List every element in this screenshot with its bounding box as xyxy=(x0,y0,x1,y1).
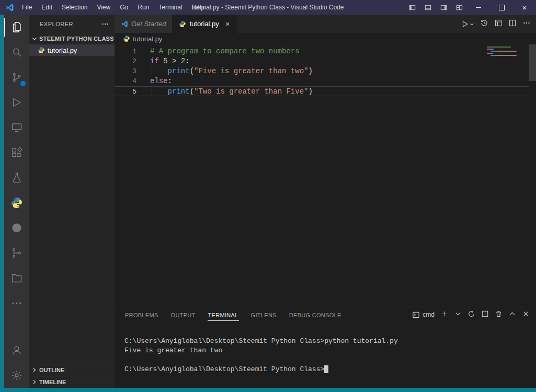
activity-folder-icon[interactable] xyxy=(4,266,29,291)
file-item-tutorial-py[interactable]: tutorial.py xyxy=(29,44,115,56)
settings-gear-icon[interactable] xyxy=(4,363,29,388)
new-terminal-icon[interactable] xyxy=(440,310,448,320)
panel-header: PROBLEMSOUTPUTTERMINALGITLENSDEBUG CONSO… xyxy=(115,306,536,323)
menu-go[interactable]: Go xyxy=(115,0,133,15)
run-python-file-button[interactable] xyxy=(461,19,474,29)
activity-testing-icon[interactable] xyxy=(4,165,29,190)
activity-additional-views-icon[interactable] xyxy=(4,291,29,316)
terminal-cursor xyxy=(324,365,328,373)
tab-label: Get Started xyxy=(131,20,166,28)
terminal-dropdown-chevron-icon[interactable] xyxy=(454,310,462,320)
editor-actions xyxy=(461,15,531,33)
close-button[interactable]: × xyxy=(513,0,536,15)
menu-selection[interactable]: Selection xyxy=(57,0,92,15)
split-terminal-icon[interactable] xyxy=(481,310,489,320)
code-line-3[interactable]: 3 print("Five is greater than two") xyxy=(115,66,529,76)
more-actions-icon[interactable] xyxy=(522,19,531,29)
sidebar-bottom-sections: OUTLINE TIMELINE xyxy=(29,364,115,388)
vscode-logo-icon xyxy=(121,20,128,28)
activity-bar-spacer xyxy=(4,316,29,338)
panel-tab-debug-console[interactable]: DEBUG CONSOLE xyxy=(289,308,342,321)
activity-github-icon[interactable] xyxy=(4,215,29,240)
terminal-output[interactable]: C:\Users\Anyiglobal\Desktop\Steemit Pyth… xyxy=(115,323,536,374)
menu-terminal[interactable]: Terminal xyxy=(154,0,187,15)
line-number[interactable]: 2 xyxy=(115,56,150,66)
panel-tab-gitlens[interactable]: GITLENS xyxy=(250,308,277,321)
file-history-icon[interactable] xyxy=(480,19,488,29)
activity-source-control-graph-icon[interactable] xyxy=(4,240,29,266)
terminal-shell-selector[interactable]: cmd xyxy=(412,311,435,319)
chevron-right-icon xyxy=(30,378,39,386)
close-tab-icon[interactable]: × xyxy=(225,20,230,28)
line-number[interactable]: 5 xyxy=(115,87,150,96)
outline-label: OUTLINE xyxy=(39,367,64,373)
panel-tabs: PROBLEMSOUTPUTTERMINALGITLENSDEBUG CONSO… xyxy=(124,308,353,321)
code-text: if 5 > 2: xyxy=(150,56,190,66)
outline-section-header[interactable]: OUTLINE xyxy=(29,364,115,376)
line-number[interactable]: 4 xyxy=(115,76,150,86)
panel-tab-problems[interactable]: PROBLEMS xyxy=(124,308,159,321)
activity-source-control-icon[interactable] xyxy=(4,65,29,90)
maximize-panel-chevron-icon[interactable] xyxy=(508,310,516,320)
editor-and-panel: Get Started tutorial.py × xyxy=(115,15,536,388)
close-panel-icon[interactable] xyxy=(522,310,530,320)
explorer-more-actions-icon[interactable] xyxy=(101,20,109,28)
shell-label-text: cmd xyxy=(423,311,435,318)
terminal-line-1: Five is greater than two xyxy=(124,346,536,355)
code-text: print("Two is greater than Five") xyxy=(150,87,313,96)
toggle-secondary-sidebar-icon[interactable] xyxy=(436,0,451,15)
activity-extensions-icon[interactable] xyxy=(4,140,29,165)
activity-explorer-icon[interactable] xyxy=(4,15,29,40)
code-line-5[interactable]: 5 print("Two is greater than Five") xyxy=(115,86,529,96)
tab-get-started[interactable]: Get Started xyxy=(115,15,173,33)
tab-bar: Get Started tutorial.py × xyxy=(115,15,536,33)
kill-terminal-trash-icon[interactable] xyxy=(495,310,503,320)
maximize-button[interactable] xyxy=(490,0,513,15)
editor: Get Started tutorial.py × xyxy=(115,15,536,306)
panel-tab-terminal[interactable]: TERMINAL xyxy=(208,308,239,321)
open-changes-icon[interactable] xyxy=(494,19,503,29)
scrollbar-thumb[interactable] xyxy=(529,44,536,81)
panel-tab-output[interactable]: OUTPUT xyxy=(170,308,196,321)
activity-search-icon[interactable] xyxy=(4,40,29,65)
activity-run-debug-icon[interactable] xyxy=(4,90,29,115)
python-file-icon xyxy=(123,35,130,42)
chevron-down-icon xyxy=(30,34,39,43)
activity-python-icon[interactable] xyxy=(4,190,29,215)
menu-bar: FileEditSelectionViewGoRunTerminalHelp xyxy=(17,0,209,15)
code-text: print("Five is greater than two") xyxy=(150,66,313,76)
minimize-button[interactable] xyxy=(467,0,490,15)
timeline-section-header[interactable]: TIMELINE xyxy=(29,376,115,388)
breadcrumb-item[interactable]: tutorial.py xyxy=(133,35,162,43)
folder-section-header[interactable]: STEEMIT PYTHON CLASS xyxy=(29,33,115,44)
menu-edit[interactable]: Edit xyxy=(37,0,57,15)
relaunch-terminal-icon[interactable] xyxy=(467,310,475,320)
minimap[interactable] xyxy=(487,47,528,57)
terminal-line-3: C:\Users\Anyiglobal\Desktop\Steemit Pyth… xyxy=(124,365,536,374)
code-line-1[interactable]: 1# A program to compare two numbers xyxy=(115,47,529,56)
title-bar-controls: × xyxy=(404,0,536,15)
menu-view[interactable]: View xyxy=(92,0,115,15)
terminal-line-0: C:\Users\Anyiglobal\Desktop\Steemit Pyth… xyxy=(124,337,536,346)
menu-file[interactable]: File xyxy=(17,0,37,15)
terminal-line-2 xyxy=(124,355,536,365)
code-lines: 1# A program to compare two numbers2if 5… xyxy=(115,47,529,96)
folder-section-label: STEEMIT PYTHON CLASS xyxy=(39,36,114,42)
split-editor-icon[interactable] xyxy=(508,19,517,29)
breadcrumb[interactable]: tutorial.py xyxy=(115,33,536,44)
line-number[interactable]: 1 xyxy=(115,47,150,56)
editor-scrollbar[interactable] xyxy=(529,44,536,306)
run-options-caret-icon[interactable] xyxy=(470,19,474,29)
customize-layout-icon[interactable] xyxy=(451,0,467,15)
toggle-primary-sidebar-icon[interactable] xyxy=(404,0,420,15)
menu-run[interactable]: Run xyxy=(133,0,154,15)
tab-tutorial-py[interactable]: tutorial.py × xyxy=(173,15,236,33)
toggle-panel-icon[interactable] xyxy=(420,0,436,15)
code-line-4[interactable]: 4else: xyxy=(115,76,529,86)
workbench: EXPLORER STEEMIT PYTHON CLASS tutorial.p… xyxy=(4,15,536,388)
accounts-icon[interactable] xyxy=(4,338,29,363)
activity-remote-explorer-icon[interactable] xyxy=(4,115,29,140)
line-number[interactable]: 3 xyxy=(115,66,150,76)
code-line-2[interactable]: 2if 5 > 2: xyxy=(115,56,529,66)
explorer-title: EXPLORER xyxy=(40,21,73,27)
